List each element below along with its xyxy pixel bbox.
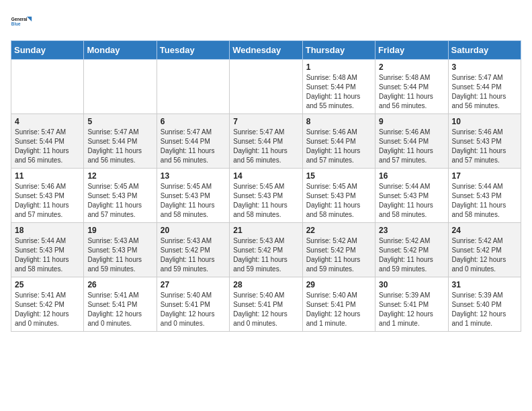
day-cell-21: 21Sunrise: 5:43 AMSunset: 5:42 PMDayligh…	[230, 223, 302, 277]
day-cell-20: 20Sunrise: 5:43 AMSunset: 5:42 PMDayligh…	[157, 223, 229, 277]
day-cell-8: 8Sunrise: 5:46 AMSunset: 5:44 PMDaylight…	[302, 114, 375, 169]
day-cell-6: 6Sunrise: 5:47 AMSunset: 5:44 PMDaylight…	[157, 114, 229, 169]
header-cell-saturday: Saturday	[448, 41, 521, 60]
day-info: Sunrise: 5:43 AMSunset: 5:42 PMDaylight:…	[233, 236, 298, 274]
day-cell-22: 22Sunrise: 5:42 AMSunset: 5:42 PMDayligh…	[302, 223, 375, 277]
day-cell-18: 18Sunrise: 5:44 AMSunset: 5:43 PMDayligh…	[11, 223, 84, 277]
day-number: 12	[87, 171, 152, 181]
day-info: Sunrise: 5:44 AMSunset: 5:43 PMDaylight:…	[379, 182, 444, 220]
day-info: Sunrise: 5:43 AMSunset: 5:42 PMDaylight:…	[161, 236, 226, 274]
day-cell-5: 5Sunrise: 5:47 AMSunset: 5:44 PMDaylight…	[84, 114, 157, 169]
day-cell-27: 27Sunrise: 5:40 AMSunset: 5:41 PMDayligh…	[157, 277, 229, 332]
day-info: Sunrise: 5:48 AMSunset: 5:44 PMDaylight:…	[306, 73, 371, 111]
day-cell-9: 9Sunrise: 5:46 AMSunset: 5:44 PMDaylight…	[375, 114, 448, 169]
day-info: Sunrise: 5:40 AMSunset: 5:41 PMDaylight:…	[306, 291, 371, 328]
day-info: Sunrise: 5:47 AMSunset: 5:44 PMDaylight:…	[87, 128, 152, 165]
day-cell-empty-3	[230, 60, 302, 114]
day-cell-29: 29Sunrise: 5:40 AMSunset: 5:41 PMDayligh…	[302, 277, 375, 332]
day-number: 23	[379, 226, 444, 235]
day-number: 10	[452, 117, 517, 126]
day-number: 13	[161, 171, 226, 181]
day-info: Sunrise: 5:47 AMSunset: 5:44 PMDaylight:…	[452, 73, 517, 111]
day-info: Sunrise: 5:45 AMSunset: 5:43 PMDaylight:…	[87, 182, 152, 220]
day-number: 14	[233, 171, 298, 181]
day-cell-24: 24Sunrise: 5:42 AMSunset: 5:42 PMDayligh…	[448, 223, 521, 277]
header-cell-tuesday: Tuesday	[157, 41, 229, 60]
day-number: 2	[379, 62, 444, 72]
day-info: Sunrise: 5:47 AMSunset: 5:44 PMDaylight:…	[233, 128, 298, 165]
day-cell-3: 3Sunrise: 5:47 AMSunset: 5:44 PMDaylight…	[448, 60, 521, 114]
day-info: Sunrise: 5:45 AMSunset: 5:43 PMDaylight:…	[306, 182, 371, 220]
day-number: 28	[233, 280, 298, 289]
day-cell-17: 17Sunrise: 5:44 AMSunset: 5:43 PMDayligh…	[448, 169, 521, 223]
day-number: 30	[379, 280, 444, 289]
day-number: 18	[15, 226, 80, 235]
day-cell-1: 1Sunrise: 5:48 AMSunset: 5:44 PMDaylight…	[302, 60, 375, 114]
day-info: Sunrise: 5:46 AMSunset: 5:43 PMDaylight:…	[452, 128, 517, 165]
week-row-4: 18Sunrise: 5:44 AMSunset: 5:43 PMDayligh…	[11, 223, 521, 277]
day-number: 25	[15, 280, 80, 289]
day-info: Sunrise: 5:47 AMSunset: 5:44 PMDaylight:…	[15, 128, 80, 165]
day-number: 19	[87, 226, 152, 235]
day-info: Sunrise: 5:45 AMSunset: 5:43 PMDaylight:…	[161, 182, 226, 220]
week-row-2: 4Sunrise: 5:47 AMSunset: 5:44 PMDaylight…	[11, 114, 521, 169]
day-info: Sunrise: 5:42 AMSunset: 5:42 PMDaylight:…	[452, 236, 517, 274]
calendar-table: SundayMondayTuesdayWednesdayThursdayFrid…	[11, 40, 521, 332]
day-number: 20	[161, 226, 226, 235]
day-cell-26: 26Sunrise: 5:41 AMSunset: 5:41 PMDayligh…	[84, 277, 157, 332]
header-cell-wednesday: Wednesday	[230, 41, 302, 60]
day-number: 21	[233, 226, 298, 235]
week-row-1: 1Sunrise: 5:48 AMSunset: 5:44 PMDaylight…	[11, 60, 521, 114]
day-info: Sunrise: 5:42 AMSunset: 5:42 PMDaylight:…	[379, 236, 444, 274]
week-row-5: 25Sunrise: 5:41 AMSunset: 5:42 PMDayligh…	[11, 277, 521, 332]
day-cell-14: 14Sunrise: 5:45 AMSunset: 5:43 PMDayligh…	[230, 169, 302, 223]
day-cell-empty-1	[84, 60, 157, 114]
day-number: 8	[306, 117, 371, 126]
day-info: Sunrise: 5:48 AMSunset: 5:44 PMDaylight:…	[379, 73, 444, 111]
svg-text:Blue: Blue	[11, 21, 21, 26]
header-cell-thursday: Thursday	[302, 41, 375, 60]
week-row-3: 11Sunrise: 5:46 AMSunset: 5:43 PMDayligh…	[11, 169, 521, 223]
day-info: Sunrise: 5:40 AMSunset: 5:41 PMDaylight:…	[233, 291, 298, 328]
day-cell-7: 7Sunrise: 5:47 AMSunset: 5:44 PMDaylight…	[230, 114, 302, 169]
header-cell-sunday: Sunday	[11, 41, 84, 60]
header-cell-monday: Monday	[84, 41, 157, 60]
day-number: 16	[379, 171, 444, 181]
day-number: 17	[452, 171, 517, 181]
day-info: Sunrise: 5:47 AMSunset: 5:44 PMDaylight:…	[161, 128, 226, 165]
day-cell-28: 28Sunrise: 5:40 AMSunset: 5:41 PMDayligh…	[230, 277, 302, 332]
day-number: 11	[15, 171, 80, 181]
day-cell-2: 2Sunrise: 5:48 AMSunset: 5:44 PMDaylight…	[375, 60, 448, 114]
day-cell-30: 30Sunrise: 5:39 AMSunset: 5:41 PMDayligh…	[375, 277, 448, 332]
day-info: Sunrise: 5:46 AMSunset: 5:44 PMDaylight:…	[379, 128, 444, 165]
day-cell-empty-0	[11, 60, 84, 114]
day-number: 31	[452, 280, 517, 289]
day-cell-23: 23Sunrise: 5:42 AMSunset: 5:42 PMDayligh…	[375, 223, 448, 277]
day-cell-empty-2	[157, 60, 229, 114]
logo-icon: GeneralBlue	[11, 11, 32, 32]
svg-marker-2	[27, 17, 32, 21]
day-number: 9	[379, 117, 444, 126]
day-number: 22	[306, 226, 371, 235]
day-number: 27	[161, 280, 226, 289]
day-number: 26	[87, 280, 152, 289]
day-info: Sunrise: 5:44 AMSunset: 5:43 PMDaylight:…	[15, 236, 80, 274]
logo: GeneralBlue	[11, 11, 32, 32]
header-cell-friday: Friday	[375, 41, 448, 60]
day-info: Sunrise: 5:43 AMSunset: 5:43 PMDaylight:…	[87, 236, 152, 274]
day-number: 15	[306, 171, 371, 181]
day-cell-31: 31Sunrise: 5:39 AMSunset: 5:40 PMDayligh…	[448, 277, 521, 332]
day-info: Sunrise: 5:44 AMSunset: 5:43 PMDaylight:…	[452, 182, 517, 220]
header-row: SundayMondayTuesdayWednesdayThursdayFrid…	[11, 41, 521, 60]
day-number: 6	[161, 117, 226, 126]
day-cell-12: 12Sunrise: 5:45 AMSunset: 5:43 PMDayligh…	[84, 169, 157, 223]
day-info: Sunrise: 5:45 AMSunset: 5:43 PMDaylight:…	[233, 182, 298, 220]
day-number: 3	[452, 62, 517, 72]
day-cell-10: 10Sunrise: 5:46 AMSunset: 5:43 PMDayligh…	[448, 114, 521, 169]
day-number: 7	[233, 117, 298, 126]
page-header: GeneralBlue	[11, 11, 521, 32]
day-info: Sunrise: 5:40 AMSunset: 5:41 PMDaylight:…	[161, 291, 226, 328]
day-cell-16: 16Sunrise: 5:44 AMSunset: 5:43 PMDayligh…	[375, 169, 448, 223]
day-info: Sunrise: 5:39 AMSunset: 5:41 PMDaylight:…	[379, 291, 444, 328]
day-info: Sunrise: 5:46 AMSunset: 5:44 PMDaylight:…	[306, 128, 371, 165]
